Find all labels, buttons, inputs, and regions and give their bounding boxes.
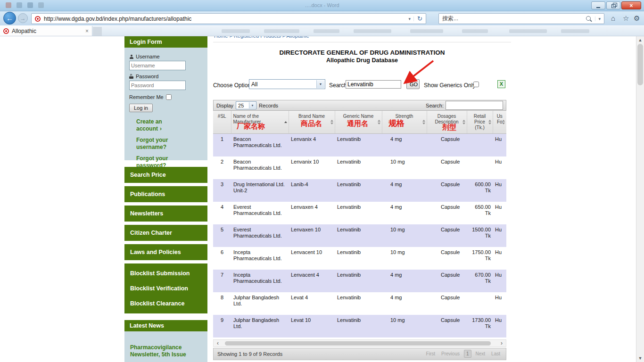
scroll-up-icon[interactable]: ▲ (636, 38, 644, 42)
sidebar-item-citizen-charter[interactable]: Citizen Charter (124, 225, 207, 241)
page-1[interactable]: 1 (464, 350, 471, 358)
maximize-button[interactable] (606, 1, 620, 9)
cell-use: Hu (493, 270, 506, 292)
sidebar-item-blocklist-submission[interactable]: Blocklist Submission (124, 266, 207, 281)
cell-use: Hu (493, 134, 506, 156)
vertical-scroll-thumb[interactable] (637, 44, 643, 85)
sidebar-item-search-price[interactable]: Search Price (124, 167, 207, 183)
cell-price: 600.00 Tk (467, 179, 493, 202)
tab-title[interactable]: Allopathic (12, 28, 85, 34)
show-generics-checkbox[interactable] (473, 82, 479, 87)
scroll-right-icon[interactable]: › (501, 340, 503, 346)
cell-price: 1500.00 Tk (467, 224, 493, 247)
search-dropdown-icon[interactable]: ▾ (595, 16, 601, 21)
forward-button[interactable]: → (18, 13, 28, 23)
cell-generic: Lenvatinib (335, 270, 382, 292)
cell-price (467, 156, 493, 179)
cell-use: Hu (493, 224, 506, 247)
column-label: Generic Name (343, 114, 373, 119)
column-header-us-fo[interactable]: Us Fo (493, 111, 506, 134)
news-link[interactable]: Pharmacovigilance Newsletter, 5th Issue (130, 344, 191, 358)
drug-search-input[interactable] (346, 80, 401, 89)
page-viewport: Login Form Username Password Remember Me… (0, 36, 644, 362)
table-row: 2Beacon Pharmaceuticals Ltd.Lenvanix 10L… (213, 156, 506, 179)
page-next[interactable]: Next (474, 350, 487, 357)
latest-news-header: Latest News (124, 320, 207, 331)
breadcrumb-text[interactable]: Home > Registered Products > Allopathic (214, 36, 309, 39)
cell-dosage: Capsule (427, 134, 467, 156)
column-header-brand-name[interactable]: Brand Name (289, 111, 335, 134)
window-controls: × (591, 1, 641, 9)
choose-option-select[interactable]: All ▼ (249, 79, 325, 89)
sort-icon (422, 120, 425, 124)
search-magnifier-icon[interactable] (586, 16, 591, 21)
browser-search-placeholder[interactable]: 搜索... (442, 15, 586, 23)
url-text[interactable]: http://www.dgda.gov.bd/index.php/manufac… (44, 16, 406, 22)
page-first[interactable]: First (424, 350, 437, 357)
chevron-down-icon[interactable]: ▼ (249, 102, 256, 108)
link-create-an-account[interactable]: Create an account› (136, 118, 189, 132)
sort-down-icon (462, 123, 465, 124)
horizontal-scrollbar[interactable]: ‹ › (213, 339, 506, 347)
password-field[interactable] (129, 81, 186, 90)
username-field[interactable] (129, 61, 186, 70)
tab-close-icon[interactable]: × (85, 28, 89, 34)
table-search-input[interactable] (446, 101, 503, 110)
display-count-select[interactable]: 25 ▼ (236, 101, 256, 109)
ghost-bookmark (354, 29, 391, 33)
link-forgot-your-username[interactable]: Forgot your username? (136, 137, 189, 151)
link-forgot-your-password[interactable]: Forgot your password? (136, 155, 189, 169)
column-label: Name of the Manufacturer (233, 114, 261, 124)
scroll-left-icon[interactable]: ‹ (217, 340, 219, 346)
sidebar-item-laws-and-policies[interactable]: Laws and Policies (124, 244, 207, 260)
go-button[interactable]: GO (406, 79, 420, 89)
cell-dosage: Capsule (427, 315, 467, 337)
sidebar-item-blocklist-clearance[interactable]: Blocklist Clearance (124, 296, 207, 311)
cell-brand: Levat 10 (289, 315, 335, 337)
login-button[interactable]: Log in (129, 104, 153, 112)
cell-generic: Lenvatinib (335, 247, 382, 270)
cell-sl: 5 (213, 224, 231, 247)
vertical-scrollbar[interactable]: ▲ ▼ (636, 36, 644, 362)
column-header-strength[interactable]: Strength (382, 111, 427, 134)
column-header-retail-price-tk[interactable]: Retail Price (Tk.) (467, 111, 493, 134)
minimize-button[interactable] (591, 1, 605, 9)
remember-me-checkbox[interactable] (166, 94, 172, 100)
excel-export-icon[interactable]: X (497, 80, 505, 88)
settings-gear-icon[interactable]: ⚙ (634, 14, 640, 23)
back-button[interactable]: ← (3, 12, 16, 25)
close-button[interactable]: × (621, 1, 641, 9)
cell-price: 650.00 Tk (467, 202, 493, 224)
new-tab-stub[interactable] (93, 27, 102, 36)
scroll-down-icon[interactable]: ▼ (636, 356, 644, 361)
refresh-icon[interactable]: ↻ (414, 15, 426, 22)
home-icon[interactable]: ⌂ (611, 14, 615, 23)
column-header-generic-name[interactable]: Generic Name (335, 111, 382, 134)
address-dropdown-icon[interactable]: ▾ (406, 16, 414, 21)
cell-generic: Lenvatinib (335, 179, 382, 202)
sidebar-item-newsletters[interactable]: Newsletters (124, 206, 207, 222)
cell-manufacturer: Julphar Bangladesh Ltd. (231, 292, 289, 315)
choose-option-label: Choose Option (213, 82, 251, 89)
cell-manufacturer: Julphar Bangladesh Ltd. (231, 315, 289, 337)
horizontal-scroll-thumb[interactable] (225, 341, 491, 346)
user-icon (129, 55, 133, 59)
sidebar-item-publications[interactable]: Publications (124, 186, 207, 202)
page-last[interactable]: Last (489, 350, 502, 357)
username-label: Username (136, 54, 160, 59)
tab-allopathic[interactable]: Allopathic × (0, 26, 92, 36)
sort-up-icon (502, 120, 505, 122)
cell-use: Hu (493, 315, 506, 337)
chevron-down-icon[interactable]: ▼ (316, 80, 324, 88)
page-previous[interactable]: Previous (439, 350, 462, 357)
window-titlebar: ….docx - Word × (0, 0, 644, 11)
favorites-star-icon[interactable]: ☆ (623, 14, 629, 23)
breadcrumb[interactable]: Home > Registered Products > Allopathic (213, 36, 511, 42)
address-bar[interactable]: http://www.dgda.gov.bd/index.php/manufac… (31, 13, 426, 24)
browser-search-box[interactable]: 搜索... ▾ (438, 13, 604, 24)
sidebar-item-blocklist-verification[interactable]: Blocklist Verification (124, 281, 207, 296)
column-header-name-of-the-manufacturer[interactable]: Name of the Manufacturer (231, 111, 289, 134)
titlebar-ghost-icon (6, 2, 11, 8)
column-header-dosages-description[interactable]: Dosages Description (427, 111, 467, 134)
ghost-bookmark (314, 29, 339, 33)
